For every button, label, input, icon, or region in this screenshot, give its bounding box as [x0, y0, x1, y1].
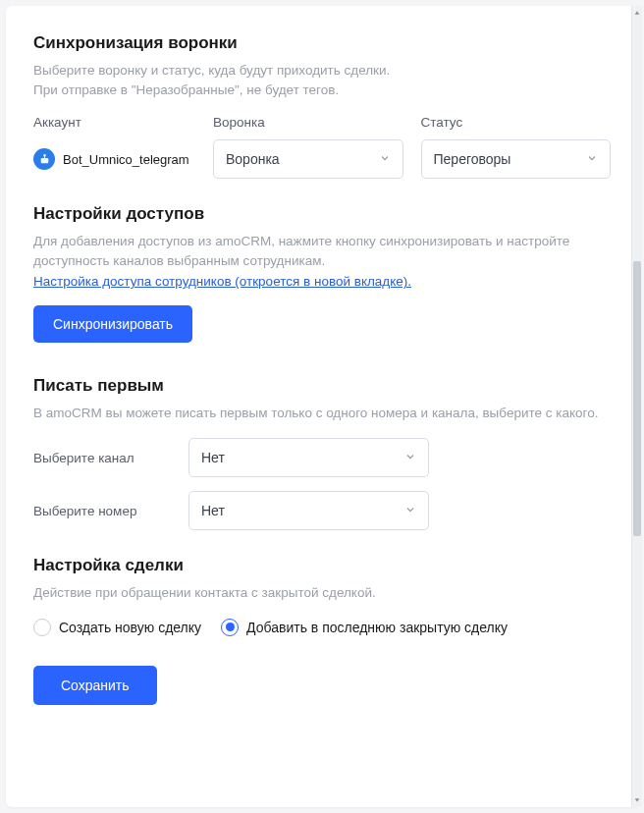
svg-marker-6 [635, 798, 640, 801]
section-sync: Синхронизация воронки Выберите воронку и… [33, 33, 611, 179]
radio-append-label: Добавить в последнюю закрытую сделку [246, 620, 508, 635]
access-link[interactable]: Настройка доступа сотрудников (откроется… [33, 274, 411, 289]
sync-button[interactable]: Синхронизировать [33, 305, 192, 343]
svg-point-4 [43, 154, 44, 155]
number-select[interactable]: Нет [188, 491, 429, 530]
account-value: Bot_Umnico_telegram [33, 139, 195, 179]
channel-select[interactable]: Нет [188, 438, 429, 477]
radio-append-deal[interactable]: Добавить в последнюю закрытую сделку [221, 619, 508, 636]
sync-desc: Выберите воронку и статус, куда будут пр… [33, 61, 611, 99]
scroll-thumb[interactable] [633, 261, 641, 536]
radio-icon-checked [221, 619, 239, 636]
radio-new-deal[interactable]: Создать новую сделку [33, 619, 201, 636]
pipeline-select-text: Воронка [226, 151, 280, 167]
save-button[interactable]: Сохранить [33, 666, 157, 705]
pipeline-select[interactable]: Воронка [213, 139, 403, 179]
section-write-first: Писать первым В amoCRM вы можете писать … [33, 376, 611, 531]
account-name-text: Bot_Umnico_telegram [63, 152, 189, 167]
write-first-title: Писать первым [33, 376, 611, 396]
pipeline-label: Воронка [213, 115, 403, 130]
bot-avatar-icon [33, 148, 55, 170]
svg-marker-5 [635, 11, 640, 14]
scroll-down-icon[interactable] [632, 793, 642, 807]
status-select[interactable]: Переговоры [421, 139, 612, 179]
scrollbar[interactable] [631, 6, 642, 807]
number-row: Выберите номер Нет [33, 491, 611, 530]
section-access: Настройки доступов Для добавления доступ… [33, 204, 611, 343]
chevron-down-icon [586, 150, 598, 168]
write-first-desc: В amoCRM вы можете писать первым только … [33, 404, 611, 423]
status-label: Статус [421, 115, 612, 130]
number-label: Выберите номер [33, 504, 188, 518]
chevron-down-icon [404, 449, 416, 466]
status-select-text: Переговоры [434, 151, 511, 167]
section-deal: Настройка сделки Действие при обращении … [33, 556, 611, 636]
sync-title: Синхронизация воронки [33, 33, 611, 53]
chevron-down-icon [379, 150, 391, 168]
radio-new-label: Создать новую сделку [59, 620, 201, 635]
radio-icon [33, 619, 51, 636]
svg-point-1 [42, 160, 43, 161]
channel-row: Выберите канал Нет [33, 438, 611, 477]
number-select-text: Нет [201, 503, 225, 518]
svg-point-2 [45, 160, 46, 161]
sync-form-row: Аккаунт Bot_Umnico_telegram [33, 115, 611, 179]
deal-radio-group: Создать новую сделку Добавить в последню… [33, 619, 611, 636]
access-desc-text: Для добавления доступов из amoCRM, нажми… [33, 234, 569, 268]
access-desc: Для добавления доступов из amoCRM, нажми… [33, 232, 611, 270]
scroll-up-icon[interactable] [632, 6, 642, 20]
deal-desc: Действие при обращении контакта с закрыт… [33, 583, 611, 603]
channel-select-text: Нет [201, 450, 225, 465]
channel-label: Выберите канал [33, 451, 188, 465]
access-title: Настройки доступов [33, 204, 611, 224]
chevron-down-icon [404, 502, 416, 519]
account-label: Аккаунт [33, 115, 195, 130]
deal-title: Настройка сделки [33, 556, 611, 575]
